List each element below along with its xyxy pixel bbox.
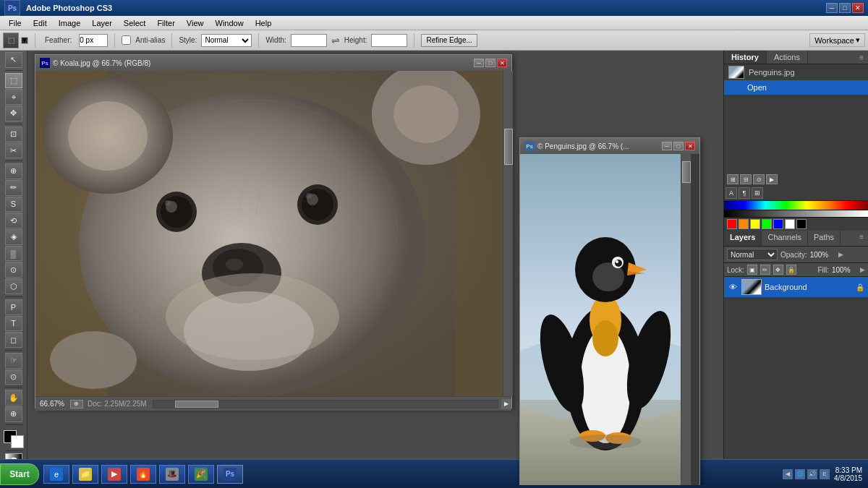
- marquee-tool[interactable]: ⬚: [5, 73, 22, 89]
- swap-icon[interactable]: ⇌: [331, 35, 340, 46]
- slice-tool[interactable]: ✂: [5, 142, 22, 158]
- refine-edge-button[interactable]: Refine Edge...: [421, 34, 477, 47]
- taskbar-party[interactable]: 🎉: [188, 465, 214, 484]
- taskbar-photoshop[interactable]: Ps: [217, 465, 243, 484]
- swatch-black[interactable]: [796, 219, 807, 229]
- taskbar-folder[interactable]: 📁: [72, 465, 98, 484]
- panel-icon-grid[interactable]: ⊞: [752, 187, 763, 199]
- taskbar-media[interactable]: ▶: [101, 465, 127, 484]
- history-item-open[interactable]: Open: [724, 80, 868, 95]
- menu-layer[interactable]: Layer: [86, 17, 118, 29]
- color-swatches[interactable]: [4, 430, 24, 448]
- width-input[interactable]: [291, 34, 327, 47]
- tray-network-icon[interactable]: 🌐: [795, 469, 805, 479]
- koala-scrollbar-v[interactable]: [503, 71, 513, 396]
- tab-history[interactable]: History: [724, 51, 767, 64]
- maximize-button[interactable]: □: [839, 3, 851, 13]
- penguin-scroll-thumb-v[interactable]: [682, 161, 691, 183]
- taskbar-ie[interactable]: e: [43, 465, 69, 484]
- eyedropper-tool[interactable]: ⊙: [5, 369, 22, 385]
- koala-zoom-icon[interactable]: ⊕: [70, 400, 83, 408]
- panel-icon-4[interactable]: ▶: [766, 174, 778, 184]
- tab-paths[interactable]: Paths: [808, 231, 841, 246]
- height-input[interactable]: [371, 34, 407, 47]
- style-select[interactable]: Normal Fixed Ratio Fixed Size: [201, 34, 252, 47]
- penguin-scrollbar-v[interactable]: [681, 154, 691, 485]
- swatch-blue[interactable]: [773, 219, 783, 229]
- feather-input[interactable]: [79, 34, 108, 47]
- layer-visibility-btn[interactable]: 👁: [727, 281, 739, 293]
- minimize-button[interactable]: ─: [826, 3, 838, 13]
- workspace-button[interactable]: Workspace ▾: [809, 33, 865, 47]
- lock-transparent-btn[interactable]: ▣: [747, 265, 757, 275]
- blend-mode-select[interactable]: Normal Dissolve Multiply: [727, 249, 778, 260]
- taskbar-firefox[interactable]: 🔥: [130, 465, 156, 484]
- tool-preset-arrow[interactable]: ▾: [21, 37, 28, 44]
- quick-selection-tool[interactable]: ✥: [5, 106, 22, 121]
- lock-image-btn[interactable]: ✏: [760, 265, 770, 275]
- lock-position-btn[interactable]: ✥: [773, 265, 783, 275]
- swatch-red[interactable]: [727, 219, 737, 229]
- fill-arrow-icon[interactable]: ▶: [860, 266, 865, 273]
- color-spectrum-bar[interactable]: [724, 200, 868, 210]
- brush-tool[interactable]: ✏: [5, 180, 22, 196]
- background-color[interactable]: [11, 435, 24, 448]
- swatch-green[interactable]: [762, 219, 772, 229]
- panel-icon-2[interactable]: ⊟: [740, 174, 752, 184]
- lasso-tool[interactable]: ⌖: [5, 89, 22, 105]
- notes-tool[interactable]: ☞: [5, 353, 22, 369]
- tray-volume-icon[interactable]: 🔊: [807, 469, 817, 479]
- blur-tool[interactable]: ⊙: [5, 262, 22, 278]
- penguin-title-bar[interactable]: Ps © Penguins.jpg @ 66.7% (... ─ □ ✕: [520, 138, 699, 154]
- menu-filter[interactable]: Filter: [151, 17, 180, 29]
- selection-move-tool[interactable]: ↖: [5, 52, 22, 68]
- menu-view[interactable]: View: [181, 17, 210, 29]
- swatch-white[interactable]: [785, 219, 795, 229]
- gradient-tool[interactable]: ▒: [5, 246, 22, 262]
- antialias-checkbox[interactable]: [122, 35, 131, 45]
- opacity-arrow-icon[interactable]: ▶: [838, 251, 843, 258]
- type-tool[interactable]: T: [5, 316, 22, 332]
- history-brush-tool[interactable]: ⟲: [5, 213, 22, 228]
- koala-scroll-thumb-h[interactable]: [175, 401, 218, 408]
- menu-file[interactable]: File: [3, 17, 27, 29]
- penguin-maximize-btn[interactable]: □: [673, 142, 684, 150]
- panel-icon-char[interactable]: ¶: [739, 187, 750, 199]
- lock-all-btn[interactable]: 🔒: [786, 265, 796, 275]
- koala-minimize-btn[interactable]: ─: [474, 59, 484, 67]
- koala-maximize-btn[interactable]: □: [485, 59, 495, 67]
- layers-collapse-btn[interactable]: ≡: [855, 231, 868, 246]
- tab-actions[interactable]: Actions: [767, 51, 808, 64]
- panel-icon-3[interactable]: ⊙: [753, 174, 765, 184]
- menu-help[interactable]: Help: [250, 17, 278, 29]
- tray-show-btn[interactable]: ◀: [783, 469, 793, 479]
- crop-tool[interactable]: ⊡: [5, 127, 22, 142]
- menu-edit[interactable]: Edit: [27, 17, 53, 29]
- swatch-orange[interactable]: [739, 219, 749, 229]
- hand-tool[interactable]: ✋: [5, 390, 22, 406]
- close-button[interactable]: ✕: [852, 3, 864, 13]
- stamp-tool[interactable]: S: [5, 197, 22, 213]
- koala-title-bar[interactable]: Ps © Koala.jpg @ 66.7% (RGB/8) ─ □ ✕: [35, 55, 511, 71]
- pen-tool[interactable]: P: [5, 299, 22, 315]
- penguin-close-btn[interactable]: ✕: [685, 142, 695, 150]
- zoom-tool[interactable]: ⊕: [5, 406, 22, 422]
- koala-close-btn[interactable]: ✕: [497, 59, 507, 67]
- history-item-penguins[interactable]: Penguins.jpg: [724, 64, 868, 80]
- eraser-tool[interactable]: ◈: [5, 229, 22, 245]
- panel-icon-1[interactable]: ⊞: [727, 174, 739, 184]
- koala-scrollbar-h[interactable]: [153, 400, 498, 408]
- taskbar-detective[interactable]: 🎩: [159, 465, 185, 484]
- tab-channels[interactable]: Channels: [762, 231, 807, 246]
- dodge-tool[interactable]: ⬡: [5, 278, 22, 294]
- grayscale-bar[interactable]: [724, 210, 868, 218]
- swatch-yellow[interactable]: [750, 219, 760, 229]
- koala-scroll-thumb-v[interactable]: [504, 129, 513, 165]
- start-button[interactable]: Start: [0, 463, 39, 485]
- layer-item-background[interactable]: 👁 Background 🔒: [724, 277, 868, 297]
- panel-collapse-btn[interactable]: ≡: [855, 51, 868, 64]
- menu-image[interactable]: Image: [53, 17, 87, 29]
- tab-layers[interactable]: Layers: [724, 231, 762, 246]
- shape-tool[interactable]: ◻: [5, 332, 22, 348]
- healing-brush-tool[interactable]: ⊕: [5, 163, 22, 179]
